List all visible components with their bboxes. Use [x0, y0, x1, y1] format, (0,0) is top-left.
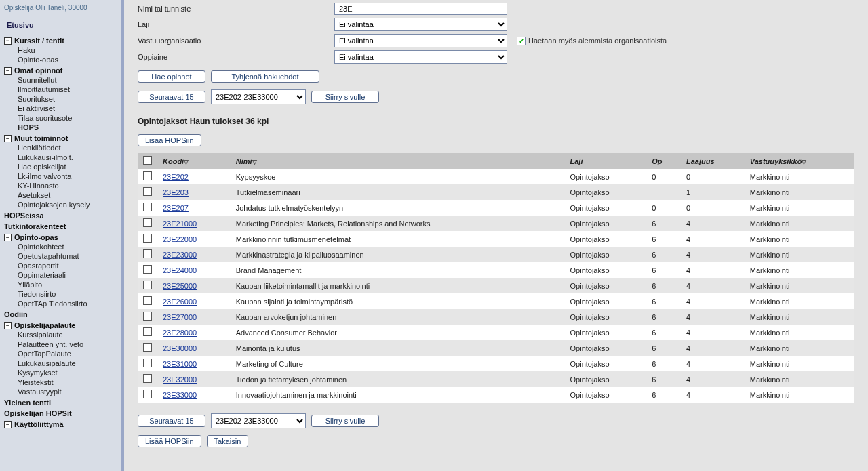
- nav-item[interactable]: Ylläpito: [4, 280, 117, 289]
- row-checkbox[interactable]: [143, 312, 152, 321]
- nav-head[interactable]: Muut toiminnot: [14, 134, 68, 142]
- row-checkbox[interactable]: [143, 203, 152, 211]
- nav-item[interactable]: OpetTAp Tiedonsiirto: [4, 299, 117, 308]
- nav-item[interactable]: Vastaustyypit: [4, 387, 117, 396]
- course-code-link[interactable]: 23E32000: [163, 375, 197, 384]
- course-code-link[interactable]: 23E25000: [163, 282, 197, 290]
- nav-head[interactable]: Kurssit / tentit: [14, 37, 64, 45]
- collapse-icon[interactable]: −: [4, 322, 12, 329]
- row-checkbox[interactable]: [143, 374, 152, 383]
- course-code-link[interactable]: 23E24000: [163, 266, 197, 274]
- add-hops-button-top[interactable]: Lisää HOPSiin: [138, 134, 201, 146]
- course-code-link[interactable]: 23E21000: [163, 220, 197, 228]
- checkbox-suborg[interactable]: ✓: [517, 37, 526, 45]
- nav-item[interactable]: OpetTapPalaute: [4, 349, 117, 359]
- row-checkbox[interactable]: [143, 171, 152, 180]
- search-button[interactable]: Hae opinnot: [138, 70, 205, 83]
- nav-item[interactable]: Lukukausi-ilmoit.: [4, 152, 117, 162]
- nav-head[interactable]: Oodiin: [4, 310, 117, 319]
- nav-item[interactable]: Asetukset: [4, 190, 117, 200]
- nav-item[interactable]: Yleistekstit: [4, 377, 117, 387]
- row-checkbox[interactable]: [143, 265, 152, 274]
- clear-button[interactable]: Tyhjennä hakuehdot: [211, 70, 319, 83]
- course-code-link[interactable]: 23E202: [163, 173, 189, 181]
- nav-item[interactable]: Opintokohteet: [4, 242, 117, 251]
- course-code-link[interactable]: 23E26000: [163, 298, 197, 306]
- row-checkbox[interactable]: [143, 390, 152, 398]
- nav-item[interactable]: Kurssipalaute: [4, 330, 117, 340]
- collapse-icon[interactable]: −: [4, 135, 12, 142]
- select-type[interactable]: Ei valintaa: [334, 18, 507, 31]
- row-checkbox[interactable]: [143, 327, 152, 336]
- nav-item[interactable]: Opasraportit: [4, 261, 117, 270]
- col-scope[interactable]: Laajuus: [681, 153, 745, 169]
- course-code-link[interactable]: 23E28000: [163, 329, 197, 337]
- collapse-icon[interactable]: −: [4, 421, 12, 428]
- nav-item[interactable]: Lukukausipalaute: [4, 359, 117, 368]
- nav-item[interactable]: Ei aktiiviset: [4, 104, 117, 113]
- course-code-link[interactable]: 23E33000: [163, 391, 197, 399]
- next-button-bottom[interactable]: Seuraavat 15: [138, 415, 205, 427]
- course-code-link[interactable]: 23E22000: [163, 235, 197, 243]
- nav-item[interactable]: Opintojaksojen kysely: [4, 200, 117, 209]
- collapse-icon[interactable]: −: [4, 234, 12, 241]
- nav-item[interactable]: Suunnitellut: [4, 75, 117, 85]
- course-code-link[interactable]: 23E31000: [163, 360, 197, 368]
- home-link[interactable]: Etusivu: [4, 16, 117, 35]
- next-button-top[interactable]: Seuraavat 15: [138, 91, 205, 103]
- nav-item[interactable]: Kysymykset: [4, 368, 117, 377]
- nav-item[interactable]: Oppimateriaali: [4, 270, 117, 280]
- nav-head[interactable]: Opinto-opas: [14, 233, 58, 241]
- nav-head[interactable]: Tutkintorakenteet: [4, 222, 117, 231]
- course-code-link[interactable]: 23E23000: [163, 251, 197, 259]
- goto-button-top[interactable]: Siirry sivulle: [311, 91, 379, 103]
- select-subject[interactable]: Ei valintaa: [334, 50, 507, 64]
- course-code-link[interactable]: 23E203: [163, 188, 189, 197]
- col-type[interactable]: Laji: [565, 153, 647, 169]
- row-checkbox[interactable]: [143, 234, 152, 243]
- nav-item[interactable]: Ilmoittautumiset: [4, 85, 117, 94]
- col-select[interactable]: [138, 153, 157, 169]
- nav-head[interactable]: HOPSeissa: [4, 211, 117, 220]
- nav-item[interactable]: Henkilötiedot: [4, 143, 117, 152]
- nav-item[interactable]: Opinto-opas: [4, 55, 117, 64]
- row-checkbox[interactable]: [143, 249, 152, 258]
- nav-head[interactable]: Käyttöliittymä: [14, 420, 64, 428]
- row-checkbox[interactable]: [143, 281, 152, 289]
- col-name[interactable]: Nimi▽: [231, 153, 565, 169]
- row-checkbox[interactable]: [143, 187, 152, 196]
- page-select-top[interactable]: 23E202-23E33000: [211, 89, 306, 104]
- row-checkbox[interactable]: [143, 296, 152, 305]
- nav-item[interactable]: Hae opiskelijat: [4, 162, 117, 171]
- nav-item[interactable]: Tilaa suoritusote: [4, 113, 117, 123]
- nav-item[interactable]: Opetustapahtumat: [4, 251, 117, 261]
- input-name[interactable]: [334, 3, 507, 15]
- nav-item[interactable]: KY-Hinnasto: [4, 181, 117, 190]
- nav-item[interactable]: HOPS: [4, 123, 117, 132]
- nav-head[interactable]: Yleinen tentti: [4, 398, 117, 407]
- col-op[interactable]: Op: [646, 153, 681, 169]
- nav-item[interactable]: Lk-ilmo valvonta: [4, 171, 117, 181]
- nav-head[interactable]: Omat opinnot: [14, 66, 63, 75]
- col-unit[interactable]: Vastuuyksikkö▽: [745, 153, 854, 169]
- row-checkbox[interactable]: [143, 359, 152, 367]
- course-code-link[interactable]: 23E207: [163, 204, 189, 212]
- course-code-link[interactable]: 23E30000: [163, 344, 197, 352]
- collapse-icon[interactable]: −: [4, 67, 12, 75]
- nav-item[interactable]: Suoritukset: [4, 94, 117, 104]
- row-checkbox[interactable]: [143, 218, 152, 227]
- back-button[interactable]: Takaisin: [207, 435, 249, 447]
- nav-item[interactable]: Palautteen yht. veto: [4, 340, 117, 349]
- page-select-bottom[interactable]: 23E202-23E33000: [211, 413, 306, 428]
- select-org[interactable]: Ei valintaa: [334, 34, 507, 47]
- nav-head[interactable]: Opiskelijan HOPSit: [4, 409, 117, 418]
- nav-head[interactable]: Opiskelijapalaute: [14, 321, 75, 329]
- nav-item[interactable]: Haku: [4, 45, 117, 55]
- goto-button-bottom[interactable]: Siirry sivulle: [311, 415, 379, 427]
- collapse-icon[interactable]: −: [4, 37, 12, 45]
- nav-item[interactable]: Tiedonsiirto: [4, 289, 117, 299]
- course-code-link[interactable]: 23E27000: [163, 313, 197, 321]
- add-hops-button-bottom[interactable]: Lisää HOPSiin: [138, 435, 201, 447]
- col-code[interactable]: Koodi▽: [157, 153, 231, 169]
- row-checkbox[interactable]: [143, 343, 152, 352]
